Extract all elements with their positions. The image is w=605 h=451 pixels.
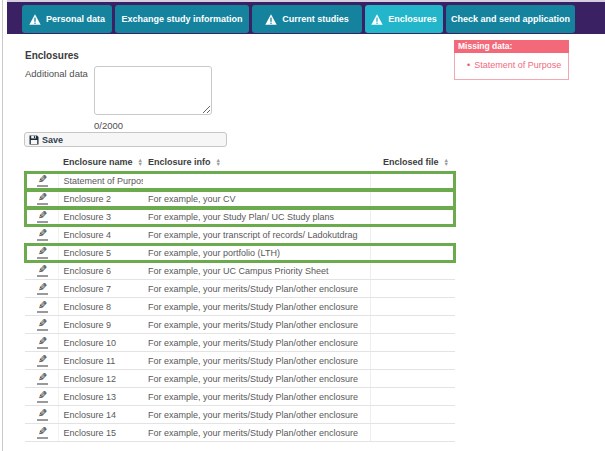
enclosure-info-cell: For example, your merits/Study Plan/othe… [143, 298, 370, 316]
enclosed-file-cell [370, 406, 455, 424]
edit-button[interactable]: ✎ [37, 210, 48, 223]
enclosure-info-cell: For example, your Study Plan/ UC Study p… [143, 208, 370, 226]
edit-button[interactable]: ✎ [37, 192, 48, 205]
edit-button[interactable]: ✎ [37, 408, 48, 421]
pencil-icon: ✎ [38, 174, 47, 184]
sort-icon[interactable]: ▲▼ [138, 158, 143, 166]
sort-icon[interactable]: ▲▼ [216, 158, 221, 166]
enclosure-info-cell: For example, your portfolio (LTH) [143, 244, 370, 262]
tab-label: Current studies [282, 14, 349, 24]
edit-button[interactable]: ✎ [37, 354, 48, 367]
enclosure-info-cell: For example, your merits/Study Plan/othe… [143, 352, 370, 370]
edit-button[interactable]: ✎ [37, 174, 48, 187]
nav-tab[interactable]: Current studies [252, 5, 362, 33]
table-row: ✎ Enclosure 5 For example, your portfoli… [25, 244, 455, 262]
table-row: ✎ Enclosure 6 For example, your UC Campu… [25, 262, 455, 280]
tab-label: Check and send application [451, 14, 570, 24]
sort-icon[interactable]: ▲▼ [444, 158, 449, 166]
enclosure-info-header-label: Enclosure info [148, 157, 211, 167]
enclosed-file-cell [370, 190, 455, 208]
enclosure-info-cell: For example, your merits/Study Plan/othe… [143, 280, 370, 298]
enclosure-name-cell: Enclosure 4 [58, 226, 143, 244]
edit-button[interactable]: ✎ [37, 246, 48, 259]
enclosure-info-cell: For example, your transcript of records/… [143, 226, 370, 244]
edit-button[interactable]: ✎ [37, 318, 48, 331]
additional-data-textarea[interactable] [94, 66, 212, 115]
edit-button[interactable]: ✎ [37, 282, 48, 295]
enclosed-file-cell [370, 316, 455, 334]
nav-tab[interactable]: Exchange study information [115, 5, 249, 33]
table-row: ✎ Enclosure 7 For example, your merits/S… [25, 280, 455, 298]
bullet-icon: • [467, 60, 470, 70]
table-row: ✎ Enclosure 14 For example, your merits/… [25, 406, 455, 424]
warning-icon [371, 14, 383, 25]
enclosure-name-header-label: Enclosure name [63, 157, 133, 167]
missing-data-list: • Statement of Purpose [454, 53, 569, 80]
nav-tab[interactable]: Check and send application [446, 5, 575, 33]
enclosure-name-cell: Enclosure 13 [58, 388, 143, 406]
enclosure-name-header[interactable]: Enclosure name ▲▼ [58, 154, 143, 172]
pencil-icon: ✎ [38, 318, 47, 328]
enclosure-name-cell: Enclosure 9 [58, 316, 143, 334]
enclosed-file-cell [370, 352, 455, 370]
enclosure-info-header[interactable]: Enclosure info ▲▼ [143, 154, 370, 172]
warning-icon [29, 14, 41, 25]
enclosure-name-cell: Enclosure 6 [58, 262, 143, 280]
enclosed-file-cell [370, 280, 455, 298]
enclosure-name-cell: Enclosure 15 [58, 424, 143, 442]
pencil-icon: ✎ [38, 246, 47, 256]
page-title: Enclosures [25, 50, 79, 61]
pencil-icon: ✎ [38, 354, 47, 364]
enclosed-file-cell [370, 388, 455, 406]
edit-button[interactable]: ✎ [37, 426, 48, 439]
pencil-icon: ✎ [38, 372, 47, 382]
enclosure-name-cell: Enclosure 3 [58, 208, 143, 226]
table-header-row: Enclosure name ▲▼ Enclosure info ▲▼ Encl… [25, 154, 455, 172]
nav-tab[interactable]: Enclosures [365, 5, 443, 33]
window-edge-line [2, 0, 3, 451]
edit-column-header [25, 154, 58, 172]
enclosed-file-cell [370, 334, 455, 352]
table-row: ✎ Enclosure 4 For example, your transcri… [25, 226, 455, 244]
enclosed-file-cell [370, 244, 455, 262]
tab-label: Enclosures [388, 14, 437, 24]
edit-button[interactable]: ✎ [37, 390, 48, 403]
missing-item-label: Statement of Purpose [474, 60, 561, 70]
table-row: ✎ Statement of Purpose [25, 172, 455, 190]
nav-tab[interactable]: Personal data [22, 5, 112, 33]
table-row: ✎ Enclosure 3 For example, your Study Pl… [25, 208, 455, 226]
save-button[interactable]: Save [24, 132, 227, 147]
edit-button[interactable]: ✎ [37, 300, 48, 313]
enclosure-info-cell: For example, your merits/Study Plan/othe… [143, 316, 370, 334]
pencil-icon: ✎ [38, 210, 47, 220]
pencil-icon: ✎ [38, 408, 47, 418]
enclosed-file-cell [370, 370, 455, 388]
table-row: ✎ Enclosure 9 For example, your merits/S… [25, 316, 455, 334]
table-row: ✎ Enclosure 8 For example, your merits/S… [25, 298, 455, 316]
table-row: ✎ Enclosure 15 For example, your merits/… [25, 424, 455, 442]
edit-button[interactable]: ✎ [37, 336, 48, 349]
enclosure-info-cell [143, 172, 370, 190]
pencil-icon: ✎ [38, 192, 47, 202]
enclosure-info-cell: For example, your merits/Study Plan/othe… [143, 370, 370, 388]
edit-button[interactable]: ✎ [37, 264, 48, 277]
enclosure-info-cell: For example, your merits/Study Plan/othe… [143, 406, 370, 424]
edit-button[interactable]: ✎ [37, 228, 48, 241]
table-row: ✎ Enclosure 2 For example, your CV [25, 190, 455, 208]
missing-data-title: Missing data: [454, 40, 569, 53]
pencil-icon: ✎ [38, 300, 47, 310]
table-row: ✎ Enclosure 12 For example, your merits/… [25, 370, 455, 388]
enclosure-name-cell: Enclosure 10 [58, 334, 143, 352]
enclosed-file-header-label: Enclosed file [383, 157, 439, 167]
missing-data-item[interactable]: • Statement of Purpose [467, 60, 564, 70]
pencil-icon: ✎ [38, 336, 47, 346]
enclosure-info-cell: For example, your merits/Study Plan/othe… [143, 424, 370, 442]
tab-label: Personal data [46, 14, 105, 24]
pencil-icon: ✎ [38, 228, 47, 238]
enclosure-info-cell: For example, your merits/Study Plan/othe… [143, 334, 370, 352]
table-row: ✎ Enclosure 10 For example, your merits/… [25, 334, 455, 352]
pencil-icon: ✎ [38, 390, 47, 400]
enclosed-file-header[interactable]: Enclosed file ▲▼ [370, 154, 455, 172]
edit-button[interactable]: ✎ [37, 372, 48, 385]
enclosed-file-cell [370, 298, 455, 316]
